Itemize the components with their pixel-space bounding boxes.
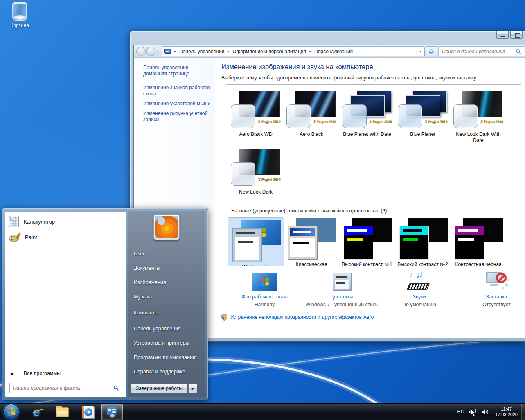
theme-badge: X Project 2010 bbox=[258, 177, 280, 181]
volume-icon[interactable] bbox=[482, 409, 489, 415]
breadcrumb[interactable]: ▸ Панель управления ▸ Оформление и персо… bbox=[162, 46, 425, 56]
taskbar-media-player[interactable] bbox=[80, 404, 96, 420]
maximize-button[interactable] bbox=[510, 31, 523, 39]
setting-label[interactable]: Заставка bbox=[458, 294, 525, 300]
desktop-background-icon bbox=[252, 273, 277, 291]
start-search-input[interactable] bbox=[9, 383, 122, 393]
search-icon bbox=[516, 49, 521, 54]
start-button[interactable] bbox=[3, 404, 19, 420]
recycle-bin[interactable]: Корзина bbox=[3, 2, 36, 28]
setting-value: По умолчанию bbox=[381, 302, 458, 307]
theme-aero-black[interactable]: X Project 2010 Aero Black bbox=[284, 91, 339, 149]
theme-label: New Look Dark With Date bbox=[451, 131, 506, 144]
start-item-control-panel[interactable]: Панель управления bbox=[128, 322, 205, 336]
start-item-computer[interactable]: Компьютер bbox=[128, 306, 205, 320]
start-menu-places-panel: User Документы Изображения Музыка Компью… bbox=[128, 211, 205, 397]
screensaver-icon bbox=[484, 271, 509, 291]
theme-high-contrast-2[interactable]: Высокий контраст №2 bbox=[395, 218, 451, 266]
back-button[interactable]: ← bbox=[136, 47, 146, 56]
address-dropdown-icon[interactable]: ▼ bbox=[419, 50, 422, 53]
system-tray: RU 11:47 17.03.2020 bbox=[457, 404, 519, 420]
show-desktop-button[interactable] bbox=[521, 404, 525, 420]
sounds-icon: ♪ ♫ bbox=[406, 272, 433, 291]
breadcrumb-control-panel[interactable]: Панель управления bbox=[179, 49, 224, 54]
page-subtitle: Выберите тему, чтобы одновременно измени… bbox=[221, 75, 525, 81]
screensaver-setting[interactable]: Заставка Отсутствует bbox=[458, 271, 525, 307]
search-input[interactable] bbox=[439, 49, 516, 54]
start-item-pictures[interactable]: Изображения bbox=[128, 275, 205, 290]
internet-explorer-icon: e bbox=[33, 406, 40, 418]
start-item-label: Калькулятор bbox=[24, 219, 55, 225]
setting-label[interactable]: Цвет окна bbox=[303, 294, 381, 300]
clock[interactable]: 11:47 17.03.2020 bbox=[493, 406, 519, 418]
sidebar-link-mouse-pointers[interactable]: Изменение указателей мыши bbox=[143, 101, 212, 107]
breadcrumb-separator-icon[interactable]: ▸ bbox=[308, 50, 312, 53]
theme-blue-planet[interactable]: X Project 2010 Blue Planet bbox=[395, 91, 451, 149]
theme-high-contrast-1[interactable]: Высокий контраст №1 bbox=[339, 218, 395, 266]
theme-new-look-dark[interactable]: X Project 2010 New Look Dark bbox=[228, 149, 284, 203]
sidebar-link-home[interactable]: Панель управления - домашняя страница bbox=[143, 65, 212, 77]
control-panel-search[interactable] bbox=[438, 46, 525, 56]
theme-aero-black-wd[interactable]: X Project 2010 Aero Black WD bbox=[228, 91, 284, 149]
start-menu-programs-panel: Калькулятор Paint ▶ Все программы bbox=[5, 211, 126, 397]
network-icon[interactable] bbox=[469, 409, 477, 415]
folder-icon bbox=[56, 407, 69, 417]
start-item-help-support[interactable]: Справка и поддержка bbox=[128, 365, 205, 379]
start-item-user[interactable]: User bbox=[128, 247, 205, 261]
start-item-documents[interactable]: Документы bbox=[128, 261, 205, 275]
theme-thumbnail: X Project 2010 bbox=[341, 91, 393, 129]
start-item-default-programs[interactable]: Программы по умолчанию bbox=[128, 350, 205, 365]
setting-value: Windows 7 - упрощенный стиль bbox=[303, 302, 381, 307]
user-avatar[interactable] bbox=[153, 214, 180, 240]
theme-new-look-dark-with-date[interactable]: X Project 2010 New Look Dark With Date bbox=[451, 91, 506, 149]
theme-classic[interactable]: Классическая bbox=[284, 218, 339, 266]
theme-label: Blue Planet bbox=[395, 131, 451, 138]
sidebar-link-account-picture[interactable]: Изменение рисунка учетной записи bbox=[143, 111, 212, 123]
sounds-setting[interactable]: ♪ ♫ Звуки По умолчанию bbox=[381, 271, 458, 307]
taskbar-explorer[interactable] bbox=[54, 404, 70, 420]
breadcrumb-separator-icon[interactable]: ▸ bbox=[226, 50, 230, 53]
theme-thumbnail bbox=[397, 218, 448, 260]
setting-label[interactable]: Звуки bbox=[381, 294, 458, 300]
breadcrumb-appearance[interactable]: Оформление и персонализация bbox=[232, 49, 306, 54]
sidebar-link-desktop-icons[interactable]: Изменение значков рабочего стола bbox=[143, 85, 212, 97]
breadcrumb-separator-icon: ▸ bbox=[173, 50, 177, 53]
start-item-devices-printers[interactable]: Устройства и принтеры bbox=[128, 336, 205, 350]
navigation-bar: ← → ▾ ▸ Панель управления ▸ Оформление и… bbox=[134, 45, 525, 58]
windows-logo-icon bbox=[8, 409, 15, 415]
basic-themes-header: Базовые (упрощенные) темы и темы с высок… bbox=[231, 208, 516, 214]
start-search[interactable] bbox=[5, 379, 126, 397]
troubleshoot-aero-link[interactable]: Устранение неполадок прозрачности и друг… bbox=[221, 314, 525, 321]
minimize-button[interactable] bbox=[496, 31, 509, 39]
theme-high-contrast-black[interactable]: Контрастная черная bbox=[451, 218, 506, 266]
breadcrumb-personalization[interactable]: Персонализация bbox=[314, 49, 353, 54]
window-color-setting[interactable]: Цвет окна Windows 7 - упрощенный стиль bbox=[303, 271, 381, 307]
shutdown-button[interactable]: Завершение работы bbox=[131, 384, 187, 393]
divider bbox=[132, 305, 201, 305]
setting-label[interactable]: Фон рабочего стола bbox=[226, 294, 303, 300]
divider bbox=[132, 321, 201, 321]
theme-label: Контрастная черная bbox=[451, 262, 506, 266]
theme-gallery: X Project 2010 Aero Black WD X Project 2… bbox=[226, 84, 521, 266]
forward-button[interactable]: → bbox=[146, 47, 155, 56]
window-color-icon bbox=[333, 273, 352, 291]
paint-icon bbox=[9, 232, 20, 242]
all-programs-button[interactable]: ▶ Все программы bbox=[5, 367, 126, 379]
start-item-music[interactable]: Музыка bbox=[128, 290, 205, 304]
taskbar-internet-explorer[interactable]: e bbox=[29, 404, 44, 420]
start-item-calculator[interactable]: Калькулятор bbox=[5, 214, 126, 229]
history-dropdown-icon[interactable]: ▾ bbox=[157, 50, 159, 53]
desktop-background-setting[interactable]: Фон рабочего стола Harmony bbox=[226, 271, 303, 307]
taskbar-personalization-active[interactable] bbox=[101, 404, 123, 420]
theme-blue-planet-with-date[interactable]: X Project 2010 Blue Planet With Date bbox=[339, 91, 395, 149]
start-item-paint[interactable]: Paint bbox=[5, 229, 126, 245]
theme-badge: X Project 2010 bbox=[258, 120, 280, 124]
language-indicator[interactable]: RU bbox=[457, 409, 464, 415]
search-icon bbox=[113, 385, 119, 391]
troubleshoot-link-text[interactable]: Устранение неполадок прозрачности и друг… bbox=[230, 314, 374, 320]
theme-badge: X Project 2010 bbox=[425, 120, 447, 124]
theme-windows7-basic[interactable]: Windows 7 - упрощенный стиль bbox=[228, 218, 284, 266]
recycle-bin-label: Корзина bbox=[3, 23, 36, 28]
shutdown-options-button[interactable]: ▶ bbox=[188, 384, 197, 393]
refresh-button[interactable] bbox=[426, 46, 437, 56]
